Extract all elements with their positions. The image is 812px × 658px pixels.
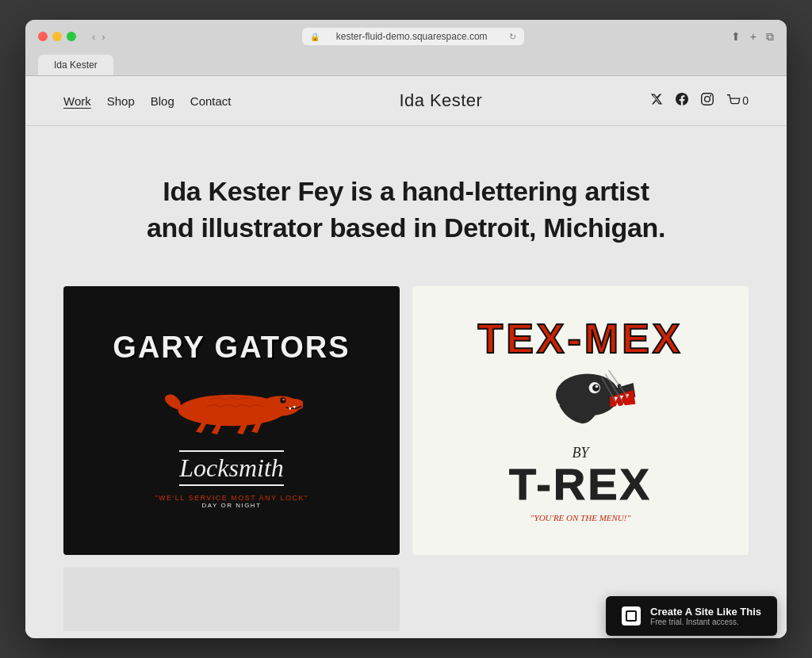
browser-window: ‹ › 🔒 ↻ ⬆ + ⧉ Ida Kester Work Shop bbox=[25, 20, 787, 638]
site-hero: Ida Kester Fey is a hand-lettering artis… bbox=[25, 126, 787, 286]
browser-titlebar: ‹ › 🔒 ↻ ⬆ + ⧉ bbox=[38, 28, 774, 45]
twitter-icon[interactable] bbox=[650, 93, 663, 109]
tex-mex-trex: T-REX bbox=[428, 458, 733, 510]
tex-mex-title: TEX-MEX bbox=[428, 318, 733, 359]
nav-shop[interactable]: Shop bbox=[107, 94, 135, 108]
browser-chrome: ‹ › 🔒 ↻ ⬆ + ⧉ Ida Kester bbox=[25, 20, 787, 76]
reload-icon[interactable]: ↻ bbox=[509, 32, 516, 42]
lock-icon: 🔒 bbox=[310, 33, 320, 41]
hero-text: Ida Kester Fey is a hand-lettering artis… bbox=[144, 174, 668, 247]
gary-locksmith: Locksmith bbox=[179, 449, 284, 488]
browser-controls: ‹ › bbox=[92, 31, 105, 43]
browser-tab-bar: Ida Kester bbox=[38, 55, 774, 75]
share-button[interactable]: ⬆ bbox=[731, 30, 741, 43]
banner-text: Create A Site Like This Free trial. Inst… bbox=[650, 606, 761, 626]
svg-point-4 bbox=[282, 399, 285, 401]
bottom-left-item[interactable] bbox=[63, 568, 400, 631]
browser-dots bbox=[38, 32, 76, 41]
portfolio-item-tex-mex[interactable]: TEX-MEX bbox=[412, 286, 749, 555]
gary-tagline: "WE'LL SERVICE MOST ANY LOCK" bbox=[155, 494, 308, 502]
active-tab[interactable]: Ida Kester bbox=[38, 55, 113, 75]
squarespace-logo bbox=[622, 606, 641, 625]
browser-actions: ⬆ + ⧉ bbox=[731, 30, 774, 44]
minimize-button[interactable] bbox=[52, 32, 62, 41]
tex-tagline: "YOU'RE ON THE MENU!" bbox=[428, 513, 733, 522]
nav-contact[interactable]: Contact bbox=[190, 94, 232, 108]
gary-sub: DAY OR NIGHT bbox=[201, 502, 261, 509]
back-button[interactable]: ‹ bbox=[92, 31, 95, 43]
gator-illustration bbox=[160, 371, 303, 442]
site-social: 0 bbox=[650, 93, 749, 109]
nav-blog[interactable]: Blog bbox=[151, 94, 174, 108]
banner-main-text: Create A Site Like This bbox=[650, 606, 761, 618]
sidebar-button[interactable]: ⧉ bbox=[766, 30, 774, 44]
instagram-icon[interactable] bbox=[701, 93, 714, 109]
squarespace-banner[interactable]: Create A Site Like This Free trial. Inst… bbox=[606, 596, 777, 636]
site-header: Work Shop Blog Contact Ida Kester 0 bbox=[25, 76, 787, 126]
cart-icon[interactable]: 0 bbox=[726, 94, 749, 107]
nav-work[interactable]: Work bbox=[63, 94, 91, 108]
site-logo[interactable]: Ida Kester bbox=[400, 90, 483, 111]
gary-title: GARY GATORS bbox=[113, 331, 350, 365]
close-button[interactable] bbox=[38, 32, 48, 41]
maximize-button[interactable] bbox=[67, 32, 76, 41]
site-content: Work Shop Blog Contact Ida Kester 0 bbox=[25, 76, 787, 638]
banner-sub-text: Free trial. Instant access. bbox=[650, 618, 761, 626]
forward-button[interactable]: › bbox=[102, 31, 105, 43]
portfolio-grid: GARY GATORS bbox=[25, 286, 787, 568]
facebook-icon[interactable] bbox=[676, 93, 688, 109]
trex-illustration bbox=[517, 362, 644, 442]
new-tab-button[interactable]: + bbox=[750, 30, 756, 43]
address-bar: 🔒 ↻ bbox=[115, 28, 712, 45]
site-nav: Work Shop Blog Contact bbox=[63, 94, 232, 108]
sq-logo-inner bbox=[626, 610, 637, 622]
portfolio-item-gary-gators[interactable]: GARY GATORS bbox=[63, 286, 400, 555]
cart-count: 0 bbox=[742, 94, 749, 107]
svg-point-8 bbox=[596, 385, 599, 388]
url-input[interactable] bbox=[302, 28, 524, 45]
